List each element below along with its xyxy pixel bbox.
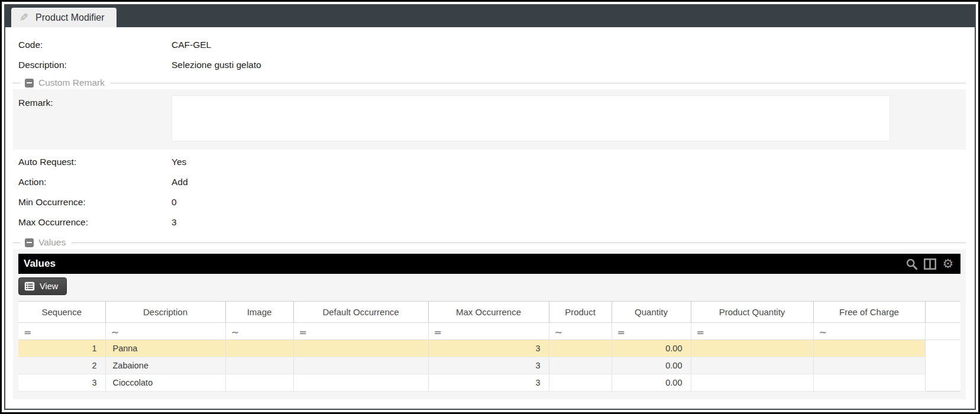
- remark-label: Remark:: [18, 98, 53, 108]
- cell-image: [225, 357, 293, 374]
- cell-default-occurrence: [293, 357, 428, 374]
- filter-cell-sequence[interactable]: =: [18, 323, 105, 340]
- cell-product-quantity: [691, 340, 813, 357]
- cell-image: [225, 340, 293, 357]
- values-panel-title: Values: [24, 258, 56, 270]
- view-button[interactable]: View: [18, 277, 67, 295]
- field-row-description: Description: Selezione gusti gelato: [5, 55, 975, 75]
- filter-cell-max-occurrence[interactable]: =: [428, 323, 549, 340]
- cell-quantity: 0.00: [612, 340, 691, 357]
- remark-textarea[interactable]: [172, 95, 890, 141]
- min-occurrence-label: Min Occurrence:: [5, 197, 172, 208]
- filter-cell-product[interactable]: ∼: [549, 323, 612, 340]
- values-fieldset: Values Values: [13, 236, 966, 399]
- filter-cell-description[interactable]: ∼: [105, 323, 225, 340]
- equals-operator-icon[interactable]: =: [24, 326, 31, 338]
- equals-operator-icon[interactable]: =: [697, 326, 704, 338]
- cell-default-occurrence: [293, 340, 428, 357]
- column-header-max-occurrence[interactable]: Max Occurrence: [428, 302, 549, 323]
- gear-icon[interactable]: ⚙: [942, 257, 955, 270]
- cell-image: [225, 374, 293, 392]
- contains-operator-icon[interactable]: ∼: [555, 326, 562, 338]
- field-row-action: Action: Add: [5, 172, 975, 192]
- filter-cell-free-of-charge[interactable]: ∼: [813, 323, 925, 340]
- tab-title: Product Modifier: [35, 12, 105, 23]
- values-panel-header: Values ⚙: [18, 254, 960, 274]
- field-row-code: Code: CAF-GEL: [5, 35, 975, 55]
- cell-free-of-charge: [813, 357, 925, 374]
- columns-icon[interactable]: [923, 257, 936, 270]
- filter-cell-product-quantity[interactable]: =: [691, 323, 813, 340]
- column-header-sequence[interactable]: Sequence: [18, 302, 105, 323]
- cell-quantity: 0.00: [612, 357, 691, 374]
- column-header-product-quantity[interactable]: Product Quantity: [691, 302, 813, 323]
- cell-max-occurrence: 3: [428, 357, 549, 374]
- custom-remark-legend: Custom Remark: [13, 76, 966, 89]
- values-grid: SequenceDescriptionImageDefault Occurren…: [18, 301, 960, 392]
- equals-operator-icon[interactable]: =: [299, 326, 307, 338]
- values-legend: Values: [13, 236, 966, 249]
- panel-header-tools: ⚙: [905, 257, 955, 270]
- collapse-values-button[interactable]: [25, 238, 34, 247]
- column-header-description[interactable]: Description: [105, 302, 225, 323]
- column-header-quantity[interactable]: Quantity: [612, 302, 691, 323]
- cell-max-occurrence: 3: [428, 374, 549, 392]
- values-body: Values ⚙: [13, 249, 966, 399]
- cell-sequence: 2: [18, 357, 105, 374]
- max-occurrence-value: 3: [172, 217, 177, 228]
- auto-request-value: Yes: [172, 157, 186, 167]
- custom-remark-legend-text: Custom Remark: [38, 77, 111, 88]
- cell-product: [549, 357, 612, 374]
- cell-product: [549, 340, 612, 357]
- search-icon[interactable]: [905, 257, 918, 270]
- field-row-auto-request: Auto Request: Yes: [5, 152, 975, 172]
- cell-sequence: 3: [18, 374, 105, 392]
- grid-row-2[interactable]: 2Zabaione30.00: [18, 357, 960, 374]
- grid-row-3[interactable]: 3Cioccolato30.00: [18, 374, 960, 392]
- contains-operator-icon[interactable]: ∼: [111, 326, 119, 338]
- cell-free-of-charge: [813, 340, 925, 357]
- custom-remark-body: Remark:: [13, 89, 966, 150]
- screenshot-frame: ✎ Product Modifier Code: CAF-GEL Descrip…: [0, 0, 980, 414]
- collapse-custom-remark-button[interactable]: [25, 79, 34, 88]
- cell-description: Panna: [105, 340, 225, 357]
- tab-bar: ✎ Product Modifier: [5, 5, 975, 27]
- column-header-free-of-charge[interactable]: Free of Charge: [813, 302, 925, 323]
- equals-operator-icon[interactable]: =: [434, 326, 442, 338]
- column-header-product[interactable]: Product: [549, 302, 612, 323]
- grid-header-row: SequenceDescriptionImageDefault Occurren…: [18, 302, 960, 323]
- field-row-max-occurrence: Max Occurrence: 3: [5, 212, 975, 232]
- action-label: Action:: [5, 177, 172, 187]
- cell-description: Cioccolato: [105, 374, 225, 392]
- cell-product: [549, 374, 612, 392]
- code-value: CAF-GEL: [172, 40, 211, 50]
- view-button-label: View: [40, 282, 58, 291]
- min-occurrence-value: 0: [172, 197, 177, 208]
- list-view-icon: [24, 282, 35, 291]
- description-value: Selezione gusti gelato: [172, 60, 261, 70]
- form-content: Code: CAF-GEL Description: Selezione gus…: [5, 27, 975, 399]
- filter-cell-quantity[interactable]: =: [612, 323, 691, 340]
- grid-row-1[interactable]: 1Panna30.00: [18, 340, 960, 357]
- cell-filler: [925, 374, 960, 392]
- cell-sequence: 1: [18, 340, 105, 357]
- custom-remark-fieldset: Custom Remark Remark:: [13, 76, 966, 150]
- outer-margin: ✎ Product Modifier Code: CAF-GEL Descrip…: [2, 2, 978, 412]
- cell-default-occurrence: [293, 374, 428, 392]
- filter-cell-image[interactable]: ∼: [225, 323, 293, 340]
- cell-max-occurrence: 3: [428, 340, 549, 357]
- code-label: Code:: [5, 40, 172, 50]
- tab-product-modifier[interactable]: ✎ Product Modifier: [11, 8, 117, 27]
- grid-filter-row: =∼∼==∼==∼: [18, 323, 960, 340]
- max-occurrence-label: Max Occurrence:: [5, 217, 172, 228]
- cell-quantity: 0.00: [612, 374, 691, 392]
- description-label: Description:: [5, 60, 172, 70]
- column-header-image[interactable]: Image: [225, 302, 293, 323]
- filter-cell-default-occurrence[interactable]: =: [293, 323, 428, 340]
- contains-operator-icon[interactable]: ∼: [819, 326, 827, 338]
- contains-operator-icon[interactable]: ∼: [231, 326, 239, 338]
- field-row-min-occurrence: Min Occurrence: 0: [5, 192, 975, 212]
- equals-operator-icon[interactable]: =: [617, 326, 625, 338]
- product-modifier-window: ✎ Product Modifier Code: CAF-GEL Descrip…: [4, 4, 976, 410]
- column-header-default-occurrence[interactable]: Default Occurrence: [293, 302, 428, 323]
